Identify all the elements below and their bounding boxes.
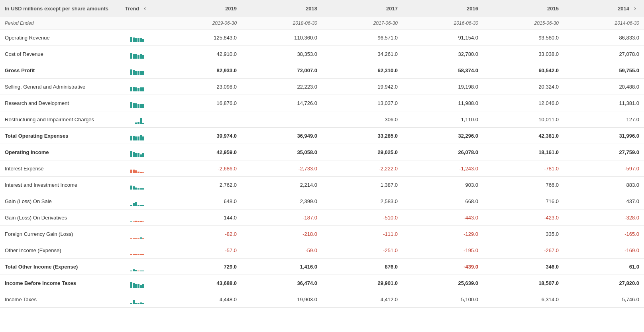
trend-cell	[113, 111, 161, 128]
value-cell: 4,448.0	[161, 291, 242, 308]
value-cell: 12,046.0	[483, 95, 564, 111]
value-cell: -218.0	[242, 226, 322, 242]
value-cell: 43,688.0	[161, 275, 242, 291]
trend-cell	[113, 79, 161, 95]
table-row: Interest and Investment Income2,762.02,2…	[0, 177, 644, 193]
period-date-1: 2018-06-30	[242, 17, 322, 30]
value-cell: 33,285.0	[322, 128, 402, 144]
row-label: Operating Revenue	[0, 30, 113, 46]
year-2016-header: 2016	[402, 0, 483, 17]
row-label: Restructuring and Impairment Charges	[0, 111, 113, 128]
value-cell: 59,755.0	[564, 62, 644, 79]
value-cell: -169.0	[564, 242, 644, 259]
row-label: Cost of Revenue	[0, 46, 113, 62]
row-label: Income Before Income Taxes	[0, 275, 113, 291]
value-cell: 668.0	[402, 193, 483, 209]
value-cell	[161, 111, 242, 128]
value-cell: 729.0	[161, 259, 242, 275]
value-cell: 306.0	[322, 111, 402, 128]
period-date-0: 2019-06-30	[161, 17, 242, 30]
row-label: Selling, General and Administrative	[0, 79, 113, 95]
value-cell: 31,996.0	[564, 128, 644, 144]
value-cell: 11,381.0	[564, 95, 644, 111]
row-label: Other Income (Expense)	[0, 242, 113, 259]
value-cell: 110,360.0	[242, 30, 322, 46]
row-label: Research and Development	[0, 95, 113, 111]
value-cell: 20,488.0	[564, 79, 644, 95]
trend-cell	[113, 30, 161, 46]
value-cell: 93,580.0	[483, 30, 564, 46]
value-cell: 29,901.0	[322, 275, 402, 291]
row-label: Foreign Currency Gain (Loss)	[0, 226, 113, 242]
trend-cell	[113, 95, 161, 111]
value-cell: 16,876.0	[161, 95, 242, 111]
table-row: Research and Development16,876.014,726.0…	[0, 95, 644, 111]
trend-cell	[113, 209, 161, 226]
value-cell: 36,949.0	[242, 128, 322, 144]
value-cell: 42,959.0	[161, 144, 242, 160]
value-cell: 60,542.0	[483, 62, 564, 79]
value-cell: 6,314.0	[483, 291, 564, 308]
value-cell: 32,780.0	[402, 46, 483, 62]
value-cell: 1,387.0	[322, 177, 402, 193]
value-cell: 62,310.0	[322, 62, 402, 79]
row-label: Gross Profit	[0, 62, 113, 79]
value-cell: -111.0	[322, 226, 402, 242]
financial-table: In USD millions except per share amounts…	[0, 0, 644, 308]
value-cell: -443.0	[402, 209, 483, 226]
value-cell: -59.0	[242, 242, 322, 259]
value-cell: -187.0	[242, 209, 322, 226]
value-cell: 346.0	[483, 259, 564, 275]
trend-cell	[113, 242, 161, 259]
value-cell: 5,746.0	[564, 291, 644, 308]
row-label: Interest and Investment Income	[0, 177, 113, 193]
period-date-3: 2016-06-30	[402, 17, 483, 30]
trend-cell	[113, 46, 161, 62]
value-cell: -129.0	[402, 226, 483, 242]
value-cell: 36,474.0	[242, 275, 322, 291]
value-cell: 22,223.0	[242, 79, 322, 95]
value-cell: -2,686.0	[161, 160, 242, 177]
value-cell: 335.0	[483, 226, 564, 242]
value-cell: 18,507.0	[483, 275, 564, 291]
value-cell: 27,820.0	[564, 275, 644, 291]
value-cell: 26,078.0	[402, 144, 483, 160]
value-cell: 883.0	[564, 177, 644, 193]
prev-nav-button[interactable]: ‹	[141, 3, 149, 14]
value-cell: -597.0	[564, 160, 644, 177]
row-label: Gain (Loss) On Derivatives	[0, 209, 113, 226]
trend-cell	[113, 62, 161, 79]
table-row: Foreign Currency Gain (Loss)-82.0-218.0-…	[0, 226, 644, 242]
trend-cell	[113, 177, 161, 193]
value-cell: 61.0	[564, 259, 644, 275]
table-row: Gross Profit82,933.072,007.062,310.058,3…	[0, 62, 644, 79]
value-cell: -510.0	[322, 209, 402, 226]
period-date-2: 2017-06-30	[322, 17, 402, 30]
value-cell: 2,762.0	[161, 177, 242, 193]
value-cell: -57.0	[161, 242, 242, 259]
value-cell: 20,324.0	[483, 79, 564, 95]
year-2015-header: 2015	[483, 0, 564, 17]
trend-cell	[113, 291, 161, 308]
trend-cell	[113, 193, 161, 209]
period-trend	[113, 17, 161, 30]
value-cell: -251.0	[322, 242, 402, 259]
year-2018-header: 2018	[242, 0, 322, 17]
table-row: Income Taxes4,448.019,903.04,412.05,100.…	[0, 291, 644, 308]
value-cell: 876.0	[322, 259, 402, 275]
table-row: Gain (Loss) On Derivatives144.0-187.0-51…	[0, 209, 644, 226]
value-cell: 25,639.0	[402, 275, 483, 291]
value-cell: 29,025.0	[322, 144, 402, 160]
next-nav-button[interactable]: ›	[631, 3, 639, 14]
row-label-header: In USD millions except per share amounts	[0, 0, 113, 17]
value-cell: 766.0	[483, 177, 564, 193]
table-row: Selling, General and Administrative23,09…	[0, 79, 644, 95]
value-cell: -781.0	[483, 160, 564, 177]
table-row: Total Other Income (Expense)729.01,416.0…	[0, 259, 644, 275]
value-cell: -195.0	[402, 242, 483, 259]
table-row: Other Income (Expense)-57.0-59.0-251.0-1…	[0, 242, 644, 259]
table-row: Income Before Income Taxes43,688.036,474…	[0, 275, 644, 291]
value-cell: 39,974.0	[161, 128, 242, 144]
value-cell: 58,374.0	[402, 62, 483, 79]
value-cell: 13,037.0	[322, 95, 402, 111]
